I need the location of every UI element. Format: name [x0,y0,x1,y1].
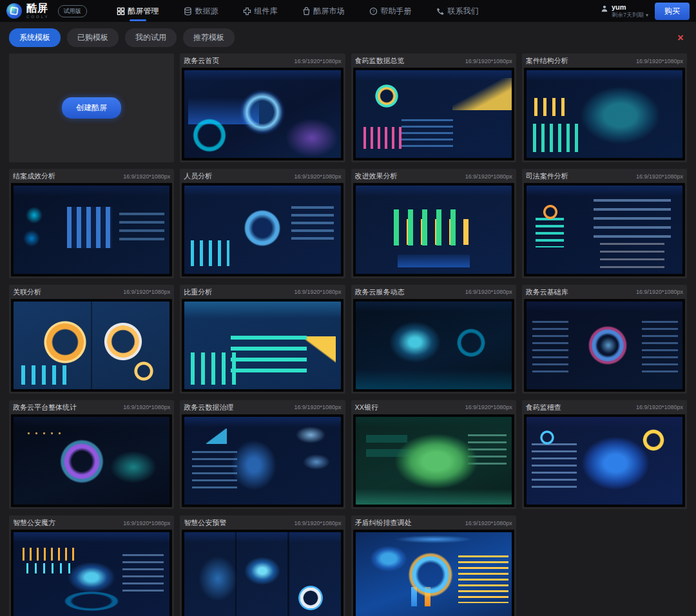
thumbnail-frame [353,299,514,392]
template-card[interactable]: 比重分析16:9/1920*1080px [180,285,345,394]
thumbnail-frame [182,530,343,616]
template-card[interactable]: 改进效果分析16:9/1920*1080px [351,169,516,278]
template-title: 政务云首页 [184,56,219,66]
template-card[interactable]: 智慧公安预警16:9/1920*1080px [180,515,345,616]
market-icon [302,7,311,15]
nav-item-2[interactable]: 数据源 [184,0,218,22]
svg-text:?: ? [372,8,374,14]
user-name: yum [612,3,648,11]
template-title: 司法案件分析 [526,171,568,181]
template-thumbnail [184,532,340,616]
nav-item-1[interactable]: 酷屏管理 [117,0,159,22]
close-icon[interactable]: × [674,32,687,44]
template-title: 人员分析 [184,171,212,181]
buy-button[interactable]: 购买 [655,3,690,20]
template-ratio: 16:9/1920*1080px [123,520,170,526]
template-thumbnail [14,302,169,389]
nav-item-5[interactable]: ?帮助手册 [369,0,412,22]
thumbnail-frame [524,68,685,160]
nav-item-label: 组件库 [255,6,278,17]
template-card[interactable]: 政务云数据治理16:9/1920*1080px [180,400,345,509]
template-title: 比重分析 [184,287,212,297]
nav-item-label: 帮助手册 [381,6,412,17]
thumbnail-frame [182,68,343,160]
thumbnail-frame [11,299,172,392]
template-thumbnail [356,417,512,505]
template-title: 结案成效分析 [13,171,55,181]
template-ratio: 16:9/1920*1080px [465,520,512,526]
template-card[interactable]: 人员分析16:9/1920*1080px [180,169,345,278]
template-ratio: 16:9/1920*1080px [294,289,341,295]
thumbnail-frame [11,183,172,276]
main-menu: 酷屏管理数据源组件库酷屏市场?帮助手册联系我们 [117,0,479,22]
template-ratio: 16:9/1920*1080px [294,173,341,180]
user-icon [601,5,608,12]
template-ratio: 16:9/1920*1080px [294,520,341,526]
template-ratio: 16:9/1920*1080px [123,404,170,410]
template-card[interactable]: 政务云首页16:9/1920*1080px [180,53,345,162]
template-thumbnail [184,417,340,505]
template-card[interactable]: 政务云平台整体统计16:9/1920*1080px [9,400,174,509]
top-navbar: 酷屏 COOLY 试用版 酷屏管理数据源组件库酷屏市场?帮助手册联系我们 yum… [0,0,696,22]
user-menu[interactable]: yum 剩余7天到期 ▾ [601,3,648,19]
logo-subtitle: COOLY [26,15,50,19]
template-thumbnail [356,70,512,158]
thumbnail-frame [353,414,514,507]
tab-3[interactable]: 我的试用 [125,28,177,47]
thumbnail-frame [524,183,685,276]
nav-item-6[interactable]: 联系我们 [436,0,479,22]
template-thumbnail [356,532,512,616]
template-ratio: 16:9/1920*1080px [465,404,512,410]
thumbnail-frame [11,530,172,616]
template-title: 改进效果分析 [355,171,398,181]
template-thumbnail [527,186,682,273]
template-card[interactable]: 案件结构分析16:9/1920*1080px [522,53,687,162]
template-card[interactable]: 政务云服务动态16:9/1920*1080px [351,285,516,394]
template-ratio: 16:9/1920*1080px [294,58,341,64]
thumbnail-frame [11,414,172,507]
template-title: 关联分析 [13,287,41,297]
template-title: 政务云平台整体统计 [13,403,77,412]
create-screen-card: 创建酷屏 [9,53,174,162]
thumbnail-frame [182,183,343,276]
logo-icon [6,3,22,19]
template-card[interactable]: 食药监稽查16:9/1920*1080px [522,400,687,509]
template-thumbnail [184,302,340,389]
thumbnail-frame [353,530,514,616]
template-thumbnail [527,417,682,505]
database-icon [184,7,192,15]
nav-item-4[interactable]: 酷屏市场 [302,0,345,22]
help-icon: ? [369,7,378,15]
grid-icon [117,7,125,15]
create-screen-button[interactable]: 创建酷屏 [62,97,121,119]
template-card[interactable]: 结案成效分析16:9/1920*1080px [9,169,174,278]
template-thumbnail [14,532,169,616]
template-card[interactable]: 关联分析16:9/1920*1080px [9,285,174,394]
template-title: 政务云基础库 [526,287,568,297]
template-ratio: 16:9/1920*1080px [123,289,170,295]
template-card[interactable]: 智慧公安魔方16:9/1920*1080px [9,515,174,616]
template-thumbnail [184,70,340,158]
thumbnail-frame [353,68,514,160]
nav-item-3[interactable]: 组件库 [243,0,278,22]
chevron-down-icon: ▾ [646,13,648,19]
tab-4[interactable]: 推荐模板 [183,28,235,47]
logo-title: 酷屏 [26,3,50,14]
template-card[interactable]: 矛盾纠纷排查调处16:9/1920*1080px [351,515,516,616]
template-card[interactable]: 政务云基础库16:9/1920*1080px [522,285,687,394]
tab-1[interactable]: 系统模板 [9,28,61,47]
template-title: 食药监数据总览 [355,56,405,66]
template-card[interactable]: 司法案件分析16:9/1920*1080px [522,169,687,278]
template-thumbnail [14,186,169,273]
template-card[interactable]: 食药监数据总览16:9/1920*1080px [351,53,516,162]
template-ratio: 16:9/1920*1080px [123,173,170,180]
nav-item-label: 联系我们 [448,6,479,17]
template-ratio: 16:9/1920*1080px [465,289,512,295]
user-expiry-text: 剩余7天到期 [612,12,644,19]
template-thumbnail [527,302,682,389]
template-card[interactable]: XX银行16:9/1920*1080px [351,400,516,509]
template-thumbnail [184,186,340,273]
tab-2[interactable]: 已购模板 [67,28,119,47]
nav-item-label: 酷屏市场 [314,6,345,17]
template-title: 政务云数据治理 [184,403,233,412]
